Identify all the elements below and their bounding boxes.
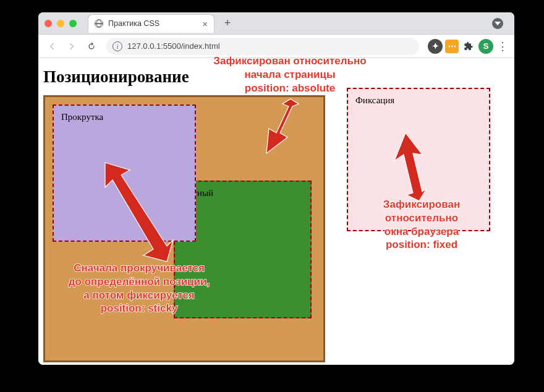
sticky-box-label: Прокрутка [61, 112, 103, 122]
window-controls [45, 20, 77, 27]
extension-icon-2[interactable]: ⋯ [445, 40, 459, 53]
tabs-menu-button[interactable] [492, 18, 503, 29]
annotation-absolute: Зафиксирован относительно начала страниц… [203, 54, 376, 95]
site-info-icon[interactable]: i [113, 41, 122, 51]
browser-tab-active[interactable]: Практика CSS × [88, 14, 215, 33]
chrome-menu-button[interactable]: ⋮ [496, 40, 509, 53]
extensions-group: ✦ ⋯ S ⋮ [428, 39, 509, 54]
window-close-button[interactable] [45, 20, 52, 27]
extension-icon-1[interactable]: ✦ [428, 39, 443, 54]
arrow-fixed [388, 133, 431, 203]
reload-button[interactable] [83, 38, 100, 55]
fixed-box-label: Фиксация [355, 95, 394, 105]
forward-button[interactable] [63, 38, 80, 55]
tab-close-button[interactable]: × [202, 19, 208, 28]
new-tab-button[interactable]: + [219, 15, 236, 32]
window-zoom-button[interactable] [69, 20, 77, 27]
url-text: 127.0.0.1:5500/index.html [127, 41, 220, 51]
back-button[interactable] [43, 38, 61, 55]
globe-icon [95, 19, 103, 28]
annotation-fixed: Зафиксирован относительно окна браузера … [351, 198, 493, 252]
tab-title: Практика CSS [108, 19, 159, 28]
extensions-menu-icon[interactable] [461, 39, 476, 54]
arrow-absolute [263, 99, 306, 157]
profile-avatar[interactable]: S [478, 39, 493, 54]
titlebar: Практика CSS × + [38, 12, 514, 35]
annotation-sticky: Сначала прокручивается до определённой п… [53, 262, 226, 315]
address-bar[interactable]: i 127.0.0.1:5500/index.html [106, 38, 419, 55]
window-minimize-button[interactable] [57, 20, 64, 27]
arrow-sticky [105, 163, 173, 264]
